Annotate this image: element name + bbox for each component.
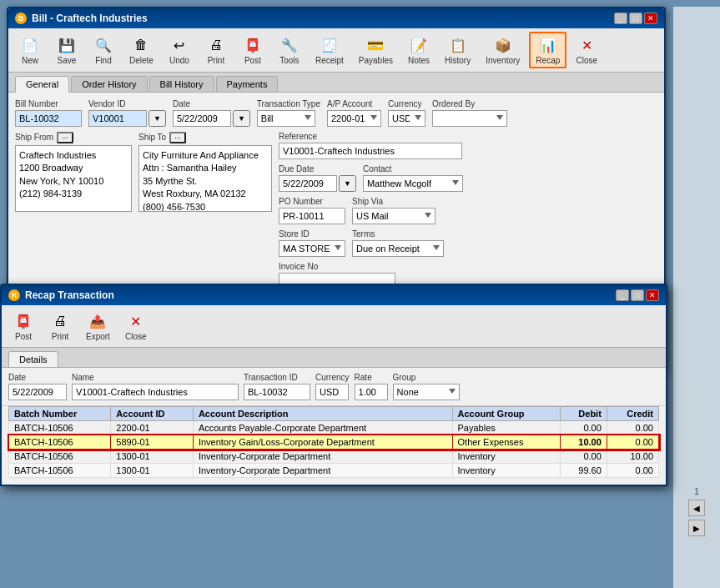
recap-table-row: BATCH-105061300-01Inventory-Corporate De… bbox=[9, 464, 659, 478]
date-label: Date bbox=[173, 99, 250, 108]
main-close-button[interactable]: ✕ bbox=[644, 13, 657, 24]
date-picker-button[interactable]: ▼ bbox=[233, 110, 250, 127]
recap-table-row: BATCH-105065890-01Inventory Gain/Loss-Co… bbox=[9, 435, 659, 450]
delete-icon: 🗑 bbox=[131, 35, 151, 55]
recap-table-cell: 10.00 bbox=[560, 435, 607, 450]
window-icon: B bbox=[15, 13, 27, 24]
nav-prev-button[interactable]: ◀ bbox=[688, 500, 705, 516]
history-label: History bbox=[445, 56, 471, 65]
ship-to-address: City Furniture And ApplianceAttn : Saman… bbox=[138, 145, 272, 212]
recap-export-label: Export bbox=[86, 332, 110, 341]
undo-button[interactable]: ↩ Undo bbox=[163, 33, 196, 68]
terms-select[interactable]: Due on Receipt bbox=[352, 240, 444, 257]
undo-icon: ↩ bbox=[169, 35, 189, 55]
tools-button[interactable]: 🔧 Tools bbox=[273, 33, 306, 68]
ship-to-button[interactable]: ··· bbox=[169, 132, 186, 143]
recap-close-title-button[interactable]: ✕ bbox=[646, 289, 659, 301]
recap-currency-label: Currency bbox=[315, 373, 350, 382]
tab-details[interactable]: Details bbox=[8, 351, 58, 367]
notes-icon: 📝 bbox=[409, 35, 429, 55]
currency-select[interactable]: USD bbox=[388, 110, 425, 127]
recap-rate-input[interactable] bbox=[355, 384, 388, 400]
due-date-picker-button[interactable]: ▼ bbox=[339, 175, 356, 192]
inventory-button[interactable]: 📦 Inventory bbox=[480, 33, 526, 68]
tab-payments[interactable]: Payments bbox=[216, 76, 279, 92]
notes-button[interactable]: 📝 Notes bbox=[402, 33, 436, 68]
maximize-button[interactable]: □ bbox=[629, 13, 642, 24]
store-id-group: Store ID MA STORE bbox=[279, 229, 345, 257]
recap-post-icon: 📮 bbox=[13, 311, 33, 331]
recap-table-cell: 0.00 bbox=[560, 450, 607, 464]
transaction-type-select[interactable]: Bill bbox=[257, 110, 315, 127]
post-button[interactable]: 📮 Post bbox=[236, 33, 269, 68]
recap-table-cell: 0.00 bbox=[607, 435, 658, 450]
save-button[interactable]: 💾 Save bbox=[50, 33, 83, 68]
ap-account-select[interactable]: 2200-01 bbox=[327, 110, 381, 127]
contact-select[interactable]: Matthew Mcgolf bbox=[363, 175, 463, 192]
recap-close-button[interactable]: ✕ Close bbox=[119, 309, 153, 344]
recap-table-cell: Inventory Gain/Loss-Corporate Department bbox=[193, 435, 452, 450]
post-label: Post bbox=[244, 56, 261, 65]
due-date-input[interactable] bbox=[279, 175, 337, 192]
reference-input[interactable] bbox=[279, 143, 462, 159]
minimize-button[interactable]: _ bbox=[614, 13, 627, 24]
ap-account-label: A/P Account bbox=[327, 99, 381, 108]
ship-via-select[interactable]: US Mail bbox=[352, 208, 436, 224]
ship-from-address: Craftech Industries1200 BroadwayNew York… bbox=[15, 145, 132, 212]
history-button[interactable]: 📋 History bbox=[439, 33, 476, 68]
recap-group-label: Group bbox=[393, 373, 460, 382]
recap-currency-input[interactable] bbox=[315, 384, 349, 400]
recap-name-input[interactable] bbox=[72, 384, 239, 400]
recap-tab-bar: Details bbox=[2, 348, 666, 368]
transaction-type-group: Transaction Type Bill bbox=[257, 99, 320, 127]
recap-post-button[interactable]: 📮 Post bbox=[7, 309, 40, 344]
ship-from-button[interactable]: ··· bbox=[57, 132, 73, 143]
recap-maximize-button[interactable]: □ bbox=[631, 289, 644, 301]
tab-bill-history[interactable]: Bill History bbox=[149, 76, 214, 92]
history-icon: 📋 bbox=[448, 35, 468, 55]
recap-date-input[interactable] bbox=[8, 384, 67, 400]
form-row-2: Ship From ··· Craftech Industries1200 Br… bbox=[15, 132, 657, 289]
store-id-select[interactable]: MA STORE bbox=[279, 240, 345, 257]
recap-group-select[interactable]: None bbox=[393, 384, 460, 400]
recap-print-button[interactable]: 🖨 Print bbox=[43, 309, 77, 344]
close-toolbar-button[interactable]: ✕ Close bbox=[570, 33, 603, 68]
vendor-lookup-button[interactable]: ▼ bbox=[149, 110, 166, 127]
recap-form-row: Date Name Transaction ID Currency Rate bbox=[8, 373, 659, 400]
print-button[interactable]: 🖨 Print bbox=[199, 33, 233, 68]
tab-general[interactable]: General bbox=[15, 76, 69, 93]
delete-button[interactable]: 🗑 Delete bbox=[123, 33, 159, 68]
main-title-bar: B Bill - Craftech Industries _ □ ✕ bbox=[8, 8, 664, 28]
recap-table: Batch Number Account ID Account Descript… bbox=[8, 406, 659, 478]
recap-transaction-id-input[interactable] bbox=[244, 384, 310, 400]
print-icon: 🖨 bbox=[206, 35, 226, 55]
find-button[interactable]: 🔍 Find bbox=[87, 33, 120, 68]
recap-export-button[interactable]: 📤 Export bbox=[80, 309, 116, 344]
date-input[interactable] bbox=[173, 110, 231, 127]
recap-table-cell: 0.00 bbox=[560, 421, 607, 435]
recap-button[interactable]: 📊 Recap bbox=[529, 32, 566, 68]
vendor-id-group: Vendor ID ▼ bbox=[88, 99, 166, 127]
recap-close-icon: ✕ bbox=[126, 311, 146, 331]
ordered-by-select[interactable] bbox=[432, 110, 507, 127]
recap-table-container: Batch Number Account ID Account Descript… bbox=[2, 406, 666, 485]
recap-close-label: Close bbox=[125, 332, 147, 341]
tab-order-history[interactable]: Order History bbox=[71, 76, 147, 92]
main-toolbar: 📄 New 💾 Save 🔍 Find 🗑 Delete ↩ Undo 🖨 Pr… bbox=[8, 28, 664, 73]
print-label: Print bbox=[208, 56, 225, 65]
ship-from-group: Ship From ··· Craftech Industries1200 Br… bbox=[15, 132, 132, 212]
recap-minimize-button[interactable]: _ bbox=[616, 289, 629, 301]
payables-button[interactable]: 💳 Payables bbox=[353, 33, 399, 68]
notes-label: Notes bbox=[408, 56, 430, 65]
recap-table-cell: 99.60 bbox=[560, 464, 607, 478]
nav-next-button[interactable]: ▶ bbox=[688, 520, 705, 536]
bill-number-input[interactable] bbox=[15, 110, 82, 127]
receipt-button[interactable]: 🧾 Receipt bbox=[310, 33, 350, 68]
due-date-label: Due Date bbox=[279, 164, 356, 173]
recap-table-row: BATCH-105061300-01Inventory-Corporate De… bbox=[9, 450, 659, 464]
recap-toolbar: 📮 Post 🖨 Print 📤 Export ✕ Close bbox=[2, 305, 666, 348]
recap-table-cell: Inventory bbox=[452, 464, 560, 478]
new-button[interactable]: 📄 New bbox=[13, 33, 47, 68]
vendor-id-input[interactable] bbox=[88, 110, 147, 127]
po-number-input[interactable] bbox=[279, 208, 345, 224]
